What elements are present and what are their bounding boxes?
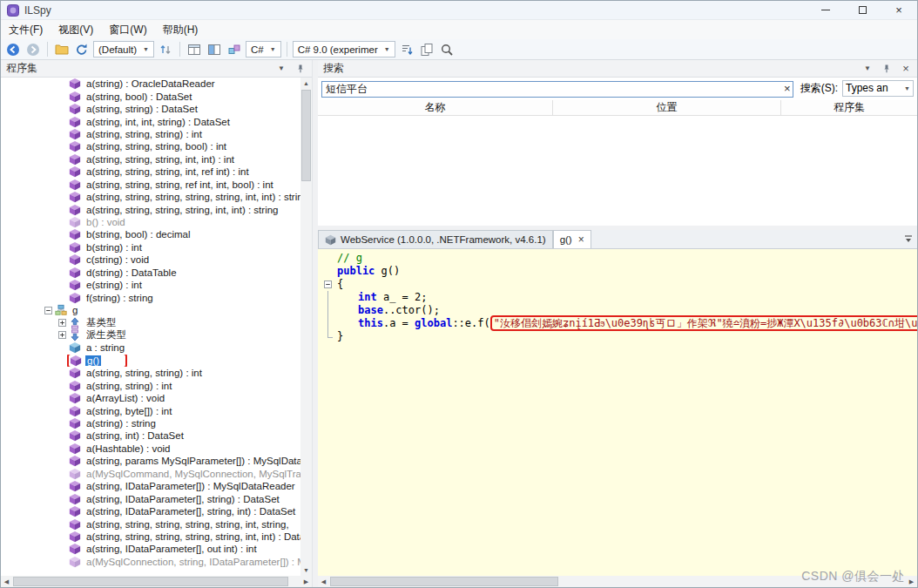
tree-item[interactable]: a(string, bool) : DataSet [1,90,300,102]
close-button[interactable]: × [881,1,917,19]
chevron-down-icon[interactable]: ▼ [861,63,874,75]
assemblies-panel-header: 程序集 ▼ [1,60,312,78]
tree-item[interactable]: a(MySqlConnection, string, IDataParamete… [1,556,300,568]
scroll-down-icon[interactable]: ▼ [300,564,312,576]
menu-view[interactable]: 视图(V) [51,20,101,40]
maximize-button[interactable] [844,1,881,19]
tree-item-label: a(string, IDataParameter[], string, int)… [84,506,297,517]
tree-item[interactable]: d(string) : DataTable [1,267,300,279]
search-scope-dropdown[interactable]: Types an ▼ [842,80,914,97]
panel-layout-icon[interactable] [206,41,223,58]
tree-item[interactable]: a(string, IDataParameter[], string, int)… [1,505,300,517]
expand-icon[interactable] [55,331,69,339]
tab-list-icon[interactable] [903,234,914,245]
sort-members-icon[interactable] [398,41,415,58]
tab-webservice[interactable]: WebService (1.0.0.0, .NETFramework, v4.6… [318,230,553,248]
sort-assemblies-icon[interactable] [157,41,174,58]
tree-item[interactable]: a(string, IDataParameter[]) : MySqlDataR… [1,480,300,492]
tree-item[interactable]: a(string, int) : DataSet [1,429,300,442]
tree-item[interactable]: a(string, string, string) : int [1,128,300,140]
tree-item[interactable]: a(string, string, string, int, ref int) … [1,166,300,178]
tree-item[interactable]: a(string, string, string, string, string… [1,517,300,530]
tree-item[interactable]: a(string, string, string, bool) : int [1,140,300,152]
field-icon [69,341,81,354]
tree-vertical-scrollbar[interactable]: ▲ ▼ [300,78,312,576]
method-icon [69,140,81,152]
scroll-right-icon[interactable]: ▶ [300,576,312,587]
tree-item[interactable]: 派生类型 [1,329,300,341]
fold-gutter[interactable] [318,278,337,291]
tree-item[interactable]: a : string [1,341,300,354]
search-input[interactable] [321,81,793,98]
tree-item-label: b() : void [84,217,127,227]
tree-item[interactable]: a(string, string, string, string, string… [1,531,300,543]
tree-item[interactable]: a(MySqlCommand, MySqlConnection, MySqlTr… [1,468,300,480]
forward-icon[interactable] [24,41,42,58]
close-panel-icon[interactable]: × [900,63,912,75]
tree-item[interactable]: a(string, byte[]) : int [1,404,300,416]
tree-item[interactable]: a(Hashtable) : void [1,443,300,455]
tree-item[interactable]: a(string, string) : int [1,380,300,392]
types-cubes-icon[interactable] [226,41,243,58]
tree-item[interactable]: a(string, string, string, ref int, int, … [1,179,300,191]
expand-icon[interactable] [55,319,69,327]
pin-icon[interactable] [294,63,307,75]
tree-item[interactable]: b(string, bool) : decimal [1,228,300,240]
tree-item[interactable]: a(ArrayList) : void [1,392,300,404]
tree-item-label: a : string [84,342,126,353]
scroll-up-icon[interactable]: ▲ [300,78,312,89]
tree-item[interactable]: c(string) : void [1,253,300,266]
scrollbar-thumb[interactable] [301,90,311,181]
tree-item[interactable]: a(string, string, string, int, int) : in… [1,153,300,166]
scroll-right-icon[interactable]: ▶ [906,576,917,587]
class-icon [55,304,67,316]
tree-item[interactable]: a(string, string, string, string, int, i… [1,203,300,215]
tree-item[interactable]: a(string, string, string, string, string… [1,191,300,203]
method-icon [69,468,81,480]
tree-item[interactable]: a(string, IDataParameter[], string) : Da… [1,492,300,504]
tree-item[interactable]: a(string, IDataParameter[], out int) : i… [1,543,300,555]
language-dropdown[interactable]: C# ▼ [246,41,281,57]
column-location[interactable]: 位置 [553,100,781,115]
tree-horizontal-scrollbar[interactable]: ◀ ▶ [1,576,312,587]
tree-item[interactable]: b(string) : int [1,241,300,253]
back-icon[interactable] [4,41,22,58]
tab-g[interactable]: g() × [553,230,591,248]
menu-help[interactable]: 帮助(H) [155,20,206,40]
language-version-dropdown[interactable]: C# 9.0 (experimer ▼ [293,41,395,57]
menu-file[interactable]: 文件(F) [1,20,51,40]
scroll-left-icon[interactable]: ◀ [1,576,12,587]
tree-item[interactable]: a(string) : OracleDataReader [1,78,300,90]
close-tab-icon[interactable]: × [578,233,584,246]
tree-item[interactable]: a(string, params MySqlParameter[]) : MyS… [1,455,300,467]
tree-item[interactable]: b() : void [1,216,300,228]
chevron-down-icon[interactable]: ▼ [275,63,287,75]
open-folder-icon[interactable] [53,41,71,58]
scroll-left-icon[interactable]: ◀ [318,576,329,587]
tree-item[interactable]: a(string, string) : DataSet [1,103,300,115]
tree-item[interactable]: g [1,304,300,316]
search-icon[interactable] [438,41,456,58]
menu-window[interactable]: 窗口(W) [101,20,154,40]
collapse-icon[interactable] [41,307,55,314]
tree-item[interactable]: a(string, int, int, string) : DataSet [1,115,300,127]
code-editor[interactable]: // gpublic g(){int a_ = 2;base..ctor();t… [318,249,917,576]
tree-item[interactable]: g() [1,355,300,367]
refresh-icon[interactable] [73,41,91,58]
minimize-button[interactable] [807,1,844,19]
column-name[interactable]: 名称 [318,100,553,115]
tree-item[interactable]: 基类型 [1,316,300,328]
pin-icon[interactable] [881,63,893,75]
tree-item[interactable]: a(string, string, string) : int [1,367,300,379]
tree-item[interactable]: e(string) : int [1,279,300,291]
scrollbar-thumb[interactable] [330,577,558,586]
profile-dropdown[interactable]: (Default) ▼ [93,41,154,57]
copy-icon[interactable] [418,41,435,58]
tree-item[interactable]: f(string) : string [1,291,300,303]
column-assembly[interactable]: 程序集 [781,100,917,115]
split-view-icon[interactable] [186,41,203,58]
clear-search-icon[interactable]: × [784,81,791,96]
scrollbar-thumb[interactable] [13,577,288,586]
tree-item[interactable]: a(string) : string [1,417,300,429]
tree-item-label: a(string, IDataParameter[], out int) : i… [84,544,259,554]
